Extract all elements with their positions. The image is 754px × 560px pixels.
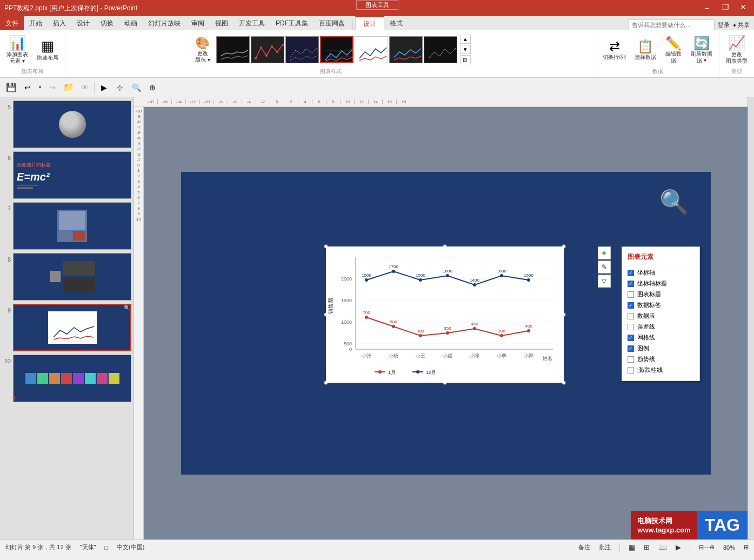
slide-thumb-8[interactable]: 8	[2, 253, 131, 301]
slide-thumb-5[interactable]: 5	[2, 101, 131, 148]
chart-style-6[interactable]	[389, 36, 423, 63]
checkbox-axis[interactable]: ✓	[628, 270, 634, 276]
close-btn[interactable]: ✕	[737, 3, 750, 14]
undo-dropdown[interactable]: ▾	[37, 81, 43, 95]
login-btn[interactable]: 登录	[718, 21, 730, 29]
notes-btn[interactable]: 备注	[578, 543, 590, 551]
filter-btn[interactable]: ▽	[598, 275, 611, 288]
svg-text:12月: 12月	[426, 370, 436, 375]
view-slideshow-btn[interactable]: ▶	[676, 543, 681, 551]
redo-btn[interactable]: ↪	[45, 81, 59, 95]
checkbox-axis-title[interactable]: ✓	[628, 281, 634, 287]
svg-text:1500: 1500	[416, 273, 425, 278]
slide-preview-7[interactable]	[13, 202, 131, 250]
pen-btn[interactable]: ✎	[598, 261, 611, 274]
slide-thumb-6[interactable]: 6 此处图片的标题 E=mc²	[2, 151, 131, 199]
panel-item-gridlines[interactable]: ✓ 网格线	[628, 334, 694, 342]
tab-animations[interactable]: 动画	[119, 16, 143, 30]
panel-item-data-labels[interactable]: ✓ 数据标签	[628, 301, 694, 309]
add-chart-element-btn[interactable]: 📊 添加图表元素 ▾	[3, 32, 31, 66]
tab-slideshow[interactable]: 幻灯片放映	[143, 16, 186, 30]
tab-design[interactable]: 设计	[71, 16, 95, 30]
checkbox-chart-title[interactable]	[628, 291, 634, 298]
edit-data-btn[interactable]: ✏️ 编辑数据	[662, 34, 685, 66]
panel-item-trendline[interactable]: 趋势线	[628, 355, 694, 363]
add-element-btn[interactable]: +	[598, 246, 611, 259]
tab-chart-format[interactable]: 格式	[384, 16, 408, 30]
slide-preview-10[interactable]	[13, 355, 131, 402]
slide-panel[interactable]: 5 6 此处图片的标题 E=mc² 7	[0, 97, 134, 539]
view-reading-btn[interactable]: 📖	[658, 543, 667, 551]
select-data-btn[interactable]: 📋 选择数据	[631, 37, 659, 63]
slide-thumb-9[interactable]: 9 🔍	[2, 304, 131, 351]
panel-item-axis-title[interactable]: ✓ 坐标轴标题	[628, 279, 694, 288]
tab-pdf-tools[interactable]: PDF工具集	[270, 16, 313, 30]
panel-item-axis[interactable]: ✓ 坐标轴	[628, 269, 694, 277]
chart-selection-box[interactable]: 0 500 1000 1500 2000 销售额 小张 小杨	[326, 246, 564, 383]
refresh-data-btn[interactable]: 🔄 刷新数据据 ▾	[688, 34, 716, 66]
zoom-slider[interactable]: ⊟—⊕	[699, 544, 715, 551]
tab-review[interactable]: 审阅	[186, 16, 210, 30]
panel-item-chart-title[interactable]: 图表标题	[628, 290, 694, 298]
svg-text:1月: 1月	[388, 370, 396, 375]
quick-layout-btn[interactable]: ▦ 快速布局	[34, 36, 62, 63]
tab-baidu[interactable]: 百度网盘	[313, 16, 350, 30]
svg-point-61	[500, 334, 503, 337]
slide-content[interactable]: 🔍	[181, 172, 711, 475]
chart-style-7[interactable]	[424, 36, 457, 63]
view-sorter-btn[interactable]: ⊞	[644, 543, 650, 551]
chart-style-1[interactable]	[216, 36, 250, 63]
view-btn[interactable]: 👁	[78, 81, 92, 95]
change-chart-type-btn[interactable]: 📈 更改图表类型	[723, 32, 751, 66]
checkbox-gridlines[interactable]: ✓	[628, 335, 634, 341]
start-presentation-btn[interactable]: ▶	[97, 81, 111, 95]
chart-style-2[interactable]	[251, 36, 284, 63]
tab-view[interactable]: 视图	[210, 16, 233, 30]
slide-num-5: 5	[2, 104, 11, 110]
save-btn[interactable]: 💾	[4, 81, 18, 95]
tab-insert[interactable]: 插入	[48, 16, 71, 30]
svg-point-44	[419, 278, 422, 282]
chart-style-3[interactable]	[285, 36, 319, 63]
tab-transitions[interactable]: 切换	[95, 16, 119, 30]
checkbox-data-table[interactable]	[628, 313, 634, 319]
slide-preview-5[interactable]	[13, 101, 131, 148]
undo-btn[interactable]: ↩	[21, 81, 35, 95]
share-btn[interactable]: ♦ 共享	[733, 21, 750, 29]
fit-btn[interactable]: ⊞	[744, 544, 749, 551]
panel-item-updown-bars[interactable]: 涨/跌柱线	[628, 366, 694, 374]
chart-style-5[interactable]	[355, 36, 388, 63]
slide-thumb-7[interactable]: 7	[2, 202, 131, 250]
slide-preview-8[interactable]	[13, 253, 131, 301]
tab-chart-design[interactable]: 设计	[355, 16, 384, 30]
chart-elements-panel[interactable]: 图表元素 ✓ 坐标轴 ✓ 坐标轴标题	[622, 246, 700, 381]
pointer-btn[interactable]: ⊹	[113, 81, 127, 95]
magnify-btn[interactable]: ⊕	[145, 81, 159, 95]
slide-thumb-10[interactable]: 10 ★	[2, 355, 131, 402]
tab-developer[interactable]: 开发工具	[233, 16, 270, 30]
view-normal-btn[interactable]: ▦	[629, 543, 635, 551]
panel-item-data-table[interactable]: 数据表	[628, 312, 694, 320]
zoom-btn[interactable]: 🔍	[129, 81, 143, 95]
comments-btn[interactable]: 批注	[599, 543, 611, 551]
tab-file[interactable]: 文件	[0, 16, 24, 30]
panel-item-error-bars[interactable]: 误差线	[628, 323, 694, 331]
slide-preview-6[interactable]: 此处图片的标题 E=mc²	[13, 151, 131, 199]
checkbox-updown-bars[interactable]	[628, 367, 634, 374]
scroll-right[interactable]	[748, 97, 754, 539]
slide-preview-9[interactable]	[13, 304, 131, 351]
checkbox-error-bars[interactable]	[628, 324, 634, 330]
search-input[interactable]	[628, 19, 715, 30]
change-color-btn[interactable]: 🎨 更改颜色 ▾	[191, 34, 215, 65]
style-scroll-up[interactable]: ▲ ▼ ⊟	[460, 35, 471, 64]
minimize-btn[interactable]: －	[699, 3, 715, 14]
checkbox-legend[interactable]: ✓	[628, 345, 634, 352]
tab-home[interactable]: 开始	[24, 16, 48, 30]
panel-item-legend[interactable]: ✓ 图例	[628, 344, 694, 352]
checkbox-data-labels[interactable]: ✓	[628, 302, 634, 309]
chart-style-4[interactable]	[320, 36, 353, 63]
switch-row-col-btn[interactable]: ⇄ 切换行/列	[599, 37, 629, 63]
restore-btn[interactable]: ❐	[719, 3, 732, 14]
open-btn[interactable]: 📁	[62, 81, 76, 95]
checkbox-trendline[interactable]	[628, 356, 634, 363]
